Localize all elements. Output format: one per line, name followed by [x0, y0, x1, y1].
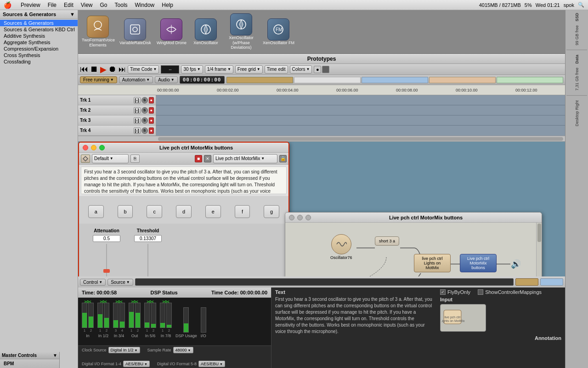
patch-btn-a[interactable]: a [88, 205, 104, 218]
digital-io-58-select[interactable]: AES/EBU▼ [198, 361, 225, 367]
menu-preview[interactable]: Preview [21, 2, 40, 8]
patch-icon-wingmod[interactable]: WingMod Drone [157, 18, 187, 46]
patch-icon-xenosc-phase[interactable]: XenOscillator (w/Phase Deviations) [225, 13, 257, 50]
track-4-solo[interactable]: S [141, 127, 148, 134]
patch-btn-d[interactable]: d [176, 205, 192, 218]
flyby-checkbox[interactable]: ✓ FlyByOnly [440, 289, 470, 295]
frame-select[interactable]: 1/4 frame ▼ [205, 65, 233, 74]
sidebar-item-kbd[interactable]: Sources & Generators KBD Ctrl [0, 26, 78, 33]
sidebar-item-additive[interactable]: Additive Synthesis [0, 33, 78, 39]
h-scrollbar[interactable] [78, 136, 565, 142]
time-edit-select[interactable]: Time edit [265, 65, 288, 74]
node-oscillator[interactable]: Oscillator76 [330, 234, 352, 260]
control-select[interactable]: Control▼ [80, 279, 106, 286]
source-select[interactable]: Source▼ [107, 279, 133, 286]
timeline-ruler: 00:00:00.00 00:00:02.00 00:00:04.00 00:0… [78, 85, 565, 95]
track-2-mute[interactable]: [-] [134, 107, 141, 114]
menu-file[interactable]: File [48, 2, 57, 8]
menu-tools[interactable]: Tools [115, 2, 128, 8]
track-2-solo[interactable]: S [141, 107, 148, 114]
master-controls-arrow[interactable]: ▼ [53, 353, 57, 358]
menu-window[interactable]: Window [135, 2, 155, 8]
stop-btn[interactable]: ⏹ [90, 64, 98, 74]
close-btn-small[interactable] [83, 145, 88, 150]
sample-rate-select[interactable]: 48000▼ [173, 347, 193, 353]
patch-lock-btn[interactable]: 🔒 [279, 155, 287, 162]
patch-preset-dropdown[interactable]: Default ▼ [92, 154, 129, 163]
patch-copy-btn[interactable]: ⎘ [130, 155, 140, 163]
attenuation-handle[interactable] [103, 269, 110, 273]
track-4-mute[interactable]: [-] [134, 127, 141, 134]
track-1-solo[interactable]: S [141, 97, 148, 104]
play-btn[interactable]: ▶ [100, 64, 107, 75]
meter-in: >0< 1 [82, 299, 94, 338]
search-icon[interactable]: 🔍 [578, 2, 584, 8]
sidebar-item-cross[interactable]: Cross Synthesis [0, 52, 78, 58]
flyby-checkbox-box[interactable]: ✓ [440, 289, 446, 295]
automation-select[interactable]: Automation▼ [119, 76, 153, 83]
fps-select[interactable]: 30 fps ▼ [181, 65, 203, 74]
patch-target-dropdown[interactable]: Live pch ctrl MotorMix ▼ [213, 154, 277, 163]
minimize-btn-large[interactable] [297, 215, 303, 220]
menu-view[interactable]: View [81, 2, 93, 8]
patch-btn-c[interactable]: c [147, 205, 162, 218]
apple-menu[interactable]: 🍎 [4, 1, 11, 9]
rewind-btn[interactable]: ⏮ [80, 64, 88, 74]
free-running-select[interactable]: Free running▼ [80, 76, 117, 83]
patch-btn-e[interactable]: e [205, 205, 221, 218]
track-4-record[interactable]: ● [149, 127, 154, 134]
track-3-solo[interactable]: S [141, 117, 148, 124]
close-btn-large[interactable] [289, 215, 294, 220]
threshold-value[interactable]: 0.13307 [134, 235, 162, 242]
patch-btn-f[interactable]: f [235, 205, 250, 218]
color-swatch-1[interactable]: ● [314, 66, 321, 73]
patch-icon-xenosc-fm[interactable]: FM XenOscillator FM [263, 18, 294, 46]
zoom-btn-small[interactable] [99, 145, 105, 150]
timeline-mark-6: 00:00:12.00 [514, 88, 565, 92]
menu-help[interactable]: Help [162, 2, 173, 8]
patch-btn-g[interactable]: g [264, 205, 279, 218]
patch-icon-variablerate[interactable]: VariableRateDisk [119, 18, 151, 46]
show-controller-checkbox-box[interactable] [478, 289, 483, 295]
track-3-record[interactable]: ● [149, 117, 154, 124]
patch-btn-b[interactable]: b [118, 205, 133, 218]
node-motormix[interactable]: Live pch ctrl MotorMix buttons [460, 254, 497, 272]
record-btn[interactable]: ⏺ [108, 64, 117, 74]
clock-source-select[interactable]: Digital In 1/2▼ [108, 347, 140, 353]
node-lights[interactable]: live pch ctrl Lights on MotMix [414, 254, 451, 272]
node-speaker[interactable]: 🔊 [510, 259, 521, 270]
colors-select[interactable]: Colors ▼ [290, 65, 312, 74]
track-1-mute[interactable]: [-] [134, 97, 141, 104]
zoom-btn-large[interactable] [305, 215, 311, 220]
time-code-select[interactable]: Time Code ▼ [128, 65, 159, 74]
digital-io-14-label: Digital I/O Format 1-4 [82, 362, 121, 366]
sidebar-item-aggregate[interactable]: Aggregate Synthesis [0, 39, 78, 46]
track-3-mute[interactable]: [-] [134, 117, 141, 124]
menu-edit[interactable]: Edit [64, 2, 74, 8]
patch-large-scrollbar-v[interactable] [536, 223, 542, 276]
patch-close-x-btn[interactable]: ✕ [204, 155, 211, 162]
show-controller-checkbox[interactable]: ShowControllerMappings [478, 289, 542, 295]
grid-select[interactable]: Free grid ▼ [235, 65, 263, 74]
sidebar-item-sources-generators[interactable]: Sources & Generators [0, 20, 78, 26]
menu-go[interactable]: Go [100, 2, 107, 8]
attenuation-value[interactable]: 0.5 [93, 235, 120, 242]
minimize-btn-small[interactable] [91, 145, 96, 150]
sidebar-item-compression[interactable]: Compression/Expansion [0, 46, 78, 52]
patch-stop-btn[interactable]: ■ [195, 155, 202, 162]
sidebar-collapse-icon[interactable]: ▼ [70, 12, 75, 17]
skip-back-btn[interactable]: ⏭ [119, 65, 126, 74]
patch-toolbar-icon[interactable] [81, 155, 90, 163]
node-short[interactable]: short 3 a [375, 236, 399, 246]
time-display: -- [161, 65, 179, 74]
patch-icon-xenosc[interactable]: XenOscillator [192, 18, 220, 46]
patch-icon-twoformant[interactable]: TwoFormantVoice Elements [82, 16, 114, 48]
track-2-record[interactable]: ● [149, 107, 154, 114]
attenuation-slider[interactable] [102, 244, 111, 276]
digital-io-14-select[interactable]: AES/EBU▼ [123, 361, 150, 367]
threshold-slider[interactable] [143, 244, 153, 276]
sidebar-item-crossfading[interactable]: Crossfading [0, 58, 78, 65]
track-1-record[interactable]: ● [149, 97, 154, 104]
audio-select[interactable]: Audio▼ [155, 76, 178, 83]
color-swatch-2[interactable] [322, 66, 329, 73]
